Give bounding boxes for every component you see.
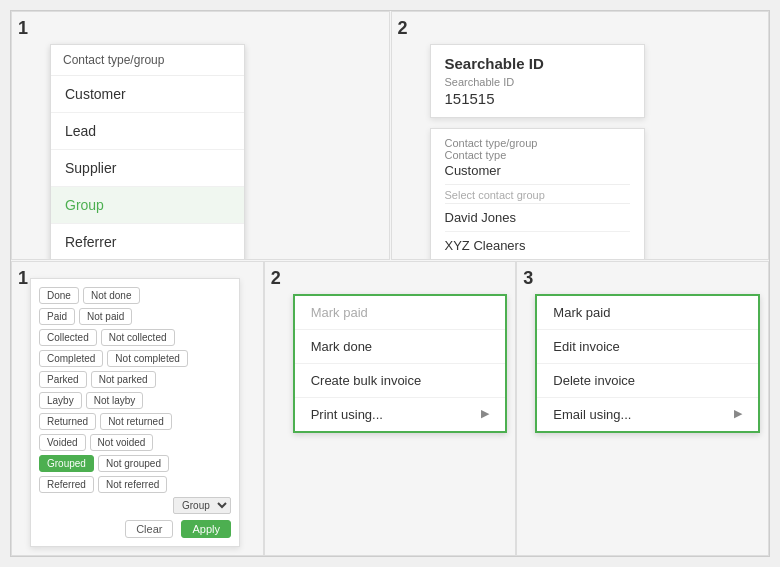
menu-item-edit-invoice[interactable]: Edit invoice <box>537 330 758 364</box>
filter-row-5: LaybyNot layby <box>39 392 231 409</box>
dropdown-item-lead[interactable]: Lead <box>51 113 244 150</box>
filter-btn-paid[interactable]: Paid <box>39 308 75 325</box>
contact-david-jones[interactable]: David Jones <box>445 204 630 232</box>
filter-row-8: GroupedNot grouped <box>39 455 231 472</box>
bottom-quadrant-number-3: 3 <box>523 268 533 289</box>
menu-item-delete-invoice[interactable]: Delete invoice <box>537 364 758 398</box>
clear-button[interactable]: Clear <box>125 520 173 538</box>
menu-item-email-using[interactable]: Email using... ▶ <box>537 398 758 431</box>
quadrant-number-2: 2 <box>398 18 408 39</box>
filter-panel: DoneNot donePaidNot paidCollectedNot col… <box>30 278 240 547</box>
dropdown-item-customer[interactable]: Customer <box>51 76 244 113</box>
filter-btn-not-voided[interactable]: Not voided <box>90 434 154 451</box>
print-arrow-icon: ▶ <box>481 407 489 420</box>
dropdown-header: Contact type/group <box>51 45 244 76</box>
filter-btn-not-paid[interactable]: Not paid <box>79 308 132 325</box>
filter-btn-not-done[interactable]: Not done <box>83 287 140 304</box>
menu-box-2: Mark paid Mark done Create bulk invoice … <box>293 294 508 433</box>
filter-btn-not-grouped[interactable]: Not grouped <box>98 455 169 472</box>
filter-btn-referred[interactable]: Referred <box>39 476 94 493</box>
contact-xyz-cleaners[interactable]: XYZ Cleaners <box>445 232 630 260</box>
filter-actions: Clear Apply <box>39 520 231 538</box>
filter-row-1: PaidNot paid <box>39 308 231 325</box>
filter-btn-not-completed[interactable]: Not completed <box>107 350 187 367</box>
searchable-id-title: Searchable ID <box>445 55 630 72</box>
filter-row-9: ReferredNot referred <box>39 476 231 493</box>
menu-item-create-bulk[interactable]: Create bulk invoice <box>295 364 506 398</box>
group-select[interactable]: Group <box>173 497 231 514</box>
menu-item-print-using[interactable]: Print using... ▶ <box>295 398 506 431</box>
filter-btn-collected[interactable]: Collected <box>39 329 97 346</box>
filter-btn-voided[interactable]: Voided <box>39 434 86 451</box>
dropdown-item-referrer[interactable]: Referrer <box>51 224 244 260</box>
filter-btn-parked[interactable]: Parked <box>39 371 87 388</box>
filter-row-4: ParkedNot parked <box>39 371 231 388</box>
filter-quadrant: 1 DoneNot donePaidNot paidCollectedNot c… <box>11 261 264 556</box>
filter-btn-layby[interactable]: Layby <box>39 392 82 409</box>
contact-type-sublabel: Contact type <box>445 149 630 161</box>
contact-type-group-label: Contact type/group <box>445 137 630 149</box>
contact-type-box: Contact type/group Contact type Customer… <box>430 128 645 260</box>
contact-type-value: Customer <box>445 161 630 185</box>
filter-btn-completed[interactable]: Completed <box>39 350 103 367</box>
quadrant-top-right: 2 Searchable ID Searchable ID 151515 Con… <box>391 11 770 260</box>
select-contact-label: Select contact group <box>445 185 630 204</box>
menu-quadrant-3: 3 Mark paid Edit invoice Delete invoice … <box>516 261 769 556</box>
quadrant-top-left: 1 Contact type/group Customer Lead Suppl… <box>11 11 390 260</box>
filter-btn-done[interactable]: Done <box>39 287 79 304</box>
filter-btn-not-returned[interactable]: Not returned <box>100 413 172 430</box>
filter-row-3: CompletedNot completed <box>39 350 231 367</box>
filter-btn-not-layby[interactable]: Not layby <box>86 392 144 409</box>
filter-row-select: Group <box>39 497 231 514</box>
filter-row-7: VoidedNot voided <box>39 434 231 451</box>
bottom-quadrant-number-2: 2 <box>271 268 281 289</box>
menu-item-mark-paid-3[interactable]: Mark paid <box>537 296 758 330</box>
filter-row-0: DoneNot done <box>39 287 231 304</box>
contact-type-dropdown: Contact type/group Customer Lead Supplie… <box>50 44 245 260</box>
filter-btn-returned[interactable]: Returned <box>39 413 96 430</box>
dropdown-item-group[interactable]: Group <box>51 187 244 224</box>
searchable-id-box: Searchable ID Searchable ID 151515 <box>430 44 645 118</box>
filter-btn-grouped[interactable]: Grouped <box>39 455 94 472</box>
filter-row-2: CollectedNot collected <box>39 329 231 346</box>
filter-row-6: ReturnedNot returned <box>39 413 231 430</box>
filter-btn-not-parked[interactable]: Not parked <box>91 371 156 388</box>
menu-box-3: Mark paid Edit invoice Delete invoice Em… <box>535 294 760 433</box>
menu-item-mark-done[interactable]: Mark done <box>295 330 506 364</box>
filter-btn-not-collected[interactable]: Not collected <box>101 329 175 346</box>
searchable-id-value: 151515 <box>445 90 630 107</box>
menu-item-mark-paid-2[interactable]: Mark paid <box>295 296 506 330</box>
email-arrow-icon: ▶ <box>734 407 742 420</box>
apply-button[interactable]: Apply <box>181 520 231 538</box>
searchable-id-label: Searchable ID <box>445 76 630 88</box>
dropdown-item-supplier[interactable]: Supplier <box>51 150 244 187</box>
bottom-row: 1 DoneNot donePaidNot paidCollectedNot c… <box>11 261 769 556</box>
filter-rows: DoneNot donePaidNot paidCollectedNot col… <box>39 287 231 493</box>
filter-btn-not-referred[interactable]: Not referred <box>98 476 167 493</box>
bottom-quadrant-number-1: 1 <box>18 268 28 289</box>
quadrant-number-1: 1 <box>18 18 28 39</box>
menu-quadrant-2: 2 Mark paid Mark done Create bulk invoic… <box>264 261 517 556</box>
